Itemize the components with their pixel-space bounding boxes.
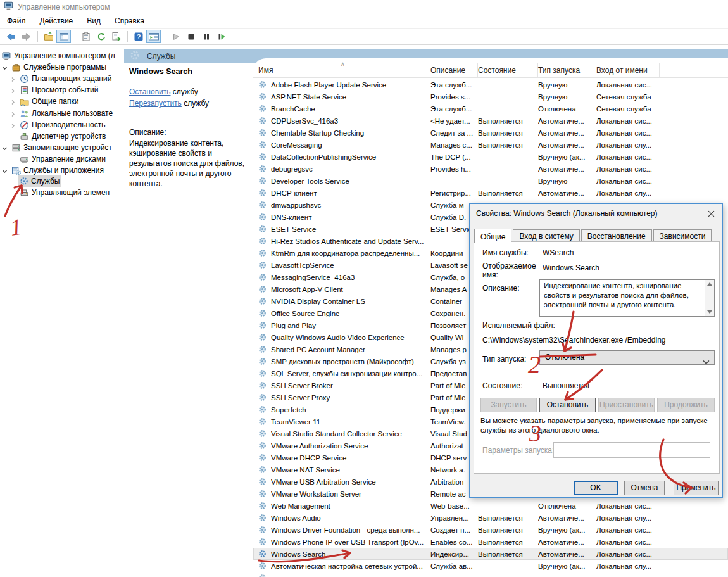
description-textarea[interactable]: Индексирование контента, кэширование сво… — [539, 279, 715, 317]
tree-node[interactable]: Производительность — [18, 119, 107, 130]
close-icon[interactable] — [705, 208, 717, 219]
service-row[interactable]: Chemtable Startup CheckingСледит за ...В… — [253, 127, 728, 139]
tree-item-eventlog[interactable]: Просмотр событий — [0, 84, 120, 96]
chevron-collapsed-icon[interactable] — [10, 110, 16, 119]
tab-3[interactable]: Зависимости — [653, 229, 712, 242]
tree-item-tools[interactable]: Служебные программы — [0, 61, 120, 73]
service-desc-cell: Индексир... — [430, 550, 478, 558]
tree-item-devices[interactable]: Диспетчер устройств — [0, 130, 120, 142]
tree-item-scheduler[interactable]: Планировщик заданий — [0, 73, 120, 84]
up-level-button[interactable] — [41, 30, 56, 43]
menu-item-action[interactable]: Действие — [33, 15, 80, 27]
stop-service-button[interactable] — [184, 30, 198, 43]
service-name-cell: Quality Windows Audio Video Experience — [271, 334, 430, 341]
service-login-cell: Локальная слу... — [596, 189, 660, 197]
tree-node[interactable]: Диспетчер устройств — [18, 130, 108, 142]
scroll-down-icon[interactable] — [705, 308, 714, 316]
forward-button[interactable] — [19, 30, 34, 43]
tree-item-wmi[interactable]: Управляющий элемен — [0, 187, 120, 198]
stop-service-link[interactable]: Остановить — [129, 87, 171, 96]
service-row[interactable]: DataCollectionPublishingServiceThe DCP (… — [253, 151, 728, 163]
chevron-expanded-icon[interactable] — [2, 64, 8, 73]
help-button[interactable]: ? — [131, 30, 146, 43]
column-header-2[interactable]: Состояние — [478, 63, 538, 77]
pause-service-button[interactable] — [199, 30, 213, 43]
cancel-button[interactable]: Отмена — [624, 481, 665, 495]
tab-0[interactable]: Общие — [474, 229, 511, 243]
params-input[interactable] — [553, 442, 710, 458]
tree-node[interactable]: Запоминающие устройст — [9, 142, 114, 153]
column-header-1[interactable]: Описание — [430, 63, 478, 77]
tree-item-label: Общие папки — [32, 97, 78, 106]
service-row[interactable]: Developer Tools ServiceВручнуюЛокальная … — [253, 175, 728, 187]
export-list-button[interactable] — [109, 30, 123, 43]
column-header-4[interactable]: Вход от имени — [596, 63, 660, 77]
stop-button[interactable]: Остановить — [539, 398, 596, 412]
tree-item-services[interactable]: Службы — [0, 175, 120, 187]
back-button[interactable] — [4, 30, 18, 43]
refresh-button[interactable] — [94, 30, 108, 43]
chevron-collapsed-icon[interactable] — [10, 98, 16, 107]
chevron-collapsed-icon[interactable] — [10, 75, 16, 84]
service-row[interactable]: CoreMessagingManages c...ВыполняетсяАвто… — [253, 139, 728, 151]
service-row[interactable]: Windows AudioУправлен...ВыполняетсяАвтом… — [253, 512, 728, 524]
service-row[interactable]: ASP.NET State ServiceProvides s...Вручну… — [253, 91, 728, 103]
service-row[interactable]: Windows Driver Foundation - среда выполн… — [253, 524, 728, 536]
service-gear-icon — [258, 381, 271, 390]
tree-item-apps[interactable]: Службы и приложения — [0, 165, 120, 176]
start-button: Запустить — [480, 398, 537, 412]
tree-item-label: Просмотр событий — [32, 86, 98, 94]
ok-button[interactable]: OK — [574, 481, 618, 495]
service-row[interactable]: Автоматическая настройка сетевых устрой.… — [253, 560, 728, 572]
menu-item-help[interactable]: Справка — [108, 15, 151, 27]
restart-service-button[interactable] — [214, 30, 229, 43]
tree-item-computer[interactable]: Управление компьютером (л — [0, 50, 120, 61]
chevron-expanded-icon[interactable] — [2, 167, 8, 176]
service-row[interactable]: BranchCacheЭта служб...ОтключенаСетевая … — [253, 103, 728, 115]
service-row[interactable]: Adobe Flash Player Update ServiceЭта слу… — [253, 79, 728, 91]
service-desc-cell: Manages c... — [430, 141, 478, 149]
tree-item-disks[interactable]: Управление дисками — [0, 153, 120, 165]
service-row[interactable]: CDPUserSvc_416a3<Не удает...ВыполняетсяА… — [253, 115, 728, 127]
tree-node[interactable]: Просмотр событий — [18, 84, 100, 96]
service-gear-icon — [258, 478, 271, 486]
tree-node[interactable]: Управление компьютером (л — [0, 50, 117, 61]
menu-item-view[interactable]: Вид — [80, 15, 108, 27]
chevron-expanded-icon[interactable] — [2, 144, 8, 153]
service-row[interactable]: debugregsvcProvides h...Автоматиче...Лок… — [253, 163, 728, 175]
service-desc-cell: The DCP (... — [430, 153, 478, 161]
service-row[interactable]: Windows Phone IP over USB Transport (IpO… — [253, 536, 728, 548]
scroll-up-icon[interactable] — [705, 280, 714, 288]
service-row[interactable]: DHCP-клиентРегистрир...ВыполняетсяАвтома… — [253, 187, 728, 199]
column-header-3[interactable]: Тип запуска — [538, 63, 596, 77]
description-scrollbar[interactable] — [705, 280, 714, 316]
tree-node[interactable]: Общие папки — [18, 96, 80, 107]
apply-button[interactable]: Применить — [674, 481, 719, 495]
service-row[interactable]: Web ManagementWeb-base...ОтключенаЛокаль… — [253, 500, 728, 512]
tree-node[interactable]: Службы и приложения — [9, 165, 106, 176]
tree-item-users[interactable]: Локальные пользовате — [0, 108, 120, 119]
tree-node[interactable]: Управляющий элемен — [18, 187, 111, 198]
tree-item-storage[interactable]: Запоминающие устройст — [0, 142, 120, 153]
service-login-cell: Локальная слу... — [596, 562, 660, 570]
tree-node[interactable]: Локальные пользовате — [18, 108, 115, 119]
tree-node[interactable]: Планировщик заданий — [18, 73, 113, 84]
menu-item-file[interactable]: Файл — [0, 15, 33, 27]
tree-node[interactable]: Служебные программы — [9, 61, 108, 73]
start-service-button — [168, 30, 183, 43]
properties-button[interactable] — [78, 30, 93, 43]
startup-type-combobox[interactable]: Отключена — [539, 350, 715, 365]
tree-node[interactable]: Управление дисками — [18, 153, 108, 165]
restart-service-link[interactable]: Перезапустить — [129, 99, 182, 108]
tab-2[interactable]: Восстановление — [581, 229, 652, 242]
show-console-tree-button[interactable] — [56, 30, 71, 43]
extended-view-button[interactable] — [146, 30, 161, 43]
tree-item-performance[interactable]: Производительность — [0, 119, 120, 130]
chevron-collapsed-icon[interactable] — [10, 87, 16, 96]
tree-node[interactable]: Службы — [18, 175, 61, 187]
tab-1[interactable]: Вход в систему — [513, 229, 579, 242]
chevron-collapsed-icon[interactable] — [10, 122, 16, 130]
service-row[interactable] — [253, 572, 728, 577]
service-row[interactable]: Windows SearchИндексир...ВыполняетсяАвто… — [253, 548, 728, 560]
tree-item-shared-folders[interactable]: Общие папки — [0, 96, 120, 107]
